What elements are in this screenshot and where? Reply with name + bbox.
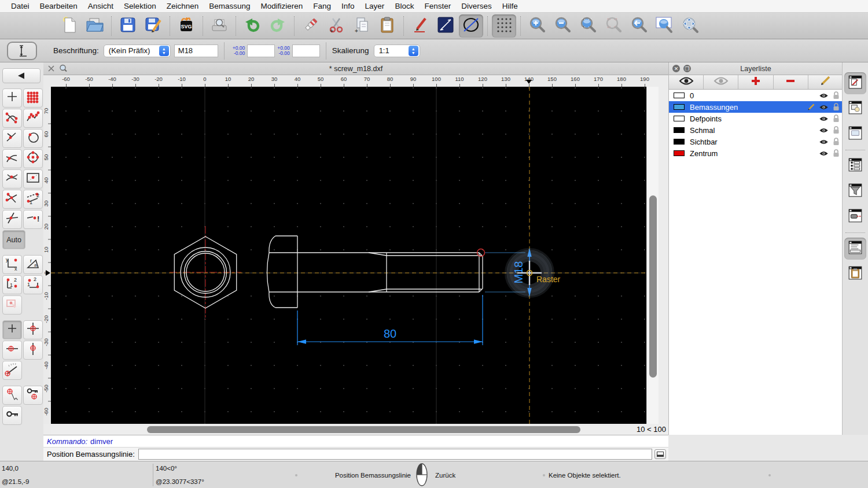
save-button[interactable] bbox=[116, 14, 140, 38]
grid-toggle-button[interactable] bbox=[492, 14, 516, 38]
set-relative-zero-button[interactable] bbox=[23, 386, 43, 405]
snap-endpoints-button[interactable] bbox=[2, 109, 22, 128]
menu-block[interactable]: Block bbox=[389, 0, 419, 13]
menu-selektion[interactable]: Selektion bbox=[119, 0, 161, 13]
layer-lock-icon[interactable] bbox=[830, 114, 843, 123]
snap-reference-button[interactable] bbox=[23, 169, 43, 188]
coord-corner-1-button[interactable]: 12 bbox=[2, 275, 22, 294]
restrict-horizontal-button[interactable] bbox=[2, 341, 22, 360]
menu-modifizieren[interactable]: Modifizieren bbox=[256, 0, 308, 13]
layer-lock-icon[interactable] bbox=[830, 138, 843, 146]
dimension-80[interactable]: 80 bbox=[297, 295, 483, 345]
restrict-vertical-button[interactable] bbox=[23, 341, 43, 360]
layer-visibility-icon[interactable] bbox=[817, 116, 830, 122]
panel-detach-icon[interactable]: ❐ bbox=[683, 65, 691, 72]
command-trigger-toggle-button[interactable] bbox=[844, 206, 866, 228]
dimension-text-input[interactable] bbox=[174, 45, 218, 57]
menu-diverses[interactable]: Diverses bbox=[456, 0, 497, 13]
coord-cartesian-button[interactable]: yx bbox=[2, 255, 22, 274]
remove-layer-button[interactable] bbox=[774, 75, 808, 89]
layer-row-defpoints[interactable]: Defpoints bbox=[669, 113, 843, 124]
menu-bearbeiten[interactable]: Bearbeiten bbox=[35, 0, 83, 13]
menu-hilfe[interactable]: Hilfe bbox=[497, 0, 523, 13]
snap-entity-point-button[interactable] bbox=[23, 129, 43, 148]
back-button[interactable] bbox=[2, 68, 41, 83]
snap-intersection-manual-button[interactable]: 12 bbox=[23, 190, 43, 209]
command-input[interactable] bbox=[138, 449, 652, 460]
command-display-button[interactable] bbox=[654, 449, 666, 459]
lock-relative-zero-button[interactable] bbox=[2, 406, 22, 425]
layer-row-bemassungen[interactable]: Bemassungen bbox=[669, 101, 843, 113]
delete-button[interactable] bbox=[299, 14, 323, 38]
save-as-button[interactable] bbox=[141, 14, 165, 38]
show-all-layers-button[interactable] bbox=[669, 75, 704, 89]
prefix-combobox[interactable]: (Kein Präfix) ▲▼ bbox=[104, 45, 171, 57]
menu-bemassung[interactable]: Bemassung bbox=[204, 0, 255, 13]
dimension-vertical-tool-button[interactable] bbox=[7, 42, 37, 60]
selection-tool-button[interactable] bbox=[2, 295, 22, 315]
menu-info[interactable]: Info bbox=[336, 0, 360, 13]
menu-datei[interactable]: Datei bbox=[6, 0, 35, 13]
layer-row-zentrum[interactable]: Zentrum bbox=[669, 147, 843, 159]
vertical-scrollbar[interactable] bbox=[646, 87, 659, 424]
redo-button[interactable] bbox=[266, 14, 290, 38]
menu-fang[interactable]: Fang bbox=[308, 0, 336, 13]
snap-exclude-button[interactable]: ! bbox=[23, 210, 43, 229]
snap-coordinate-button[interactable] bbox=[2, 386, 22, 405]
vertical-scrollbar-thumb[interactable] bbox=[649, 195, 657, 378]
svg-export-button[interactable]: SVG bbox=[174, 14, 198, 38]
snap-perpendicular-button[interactable] bbox=[2, 129, 22, 148]
snap-middle-button[interactable] bbox=[2, 169, 22, 188]
layer-color-swatch[interactable] bbox=[674, 139, 685, 145]
paste-button[interactable] bbox=[375, 14, 399, 38]
layer-color-swatch[interactable] bbox=[674, 116, 685, 121]
restrict-off-button[interactable] bbox=[2, 320, 22, 339]
layer-color-swatch[interactable] bbox=[674, 104, 685, 110]
horizontal-scrollbar[interactable]: 10 < 100 bbox=[51, 424, 668, 435]
snap-tangent-button[interactable] bbox=[2, 149, 22, 168]
snap-center-button[interactable] bbox=[23, 149, 43, 168]
zoom-selection-button[interactable] bbox=[601, 14, 626, 38]
open-file-button[interactable] bbox=[83, 14, 107, 38]
command-line-toggle-button[interactable] bbox=[844, 238, 866, 260]
layer-visibility-icon[interactable] bbox=[817, 93, 830, 99]
layer-lock-icon[interactable] bbox=[830, 126, 843, 134]
layer-visibility-icon[interactable] bbox=[817, 139, 830, 145]
scale-combobox[interactable]: 1:1 ▲▼ bbox=[374, 45, 420, 57]
snap-intersection-auto-button[interactable] bbox=[2, 190, 22, 209]
zoom-window-button[interactable] bbox=[652, 14, 676, 38]
layer-visibility-icon[interactable] bbox=[817, 150, 830, 157]
drawing-canvas[interactable]: 80 M18 bbox=[51, 87, 646, 424]
layer-row-0[interactable]: 0 bbox=[669, 90, 843, 101]
copy-button[interactable]: + bbox=[350, 14, 374, 38]
layer-list-toggle-button[interactable] bbox=[844, 155, 866, 177]
zoom-auto-button[interactable] bbox=[576, 14, 600, 38]
tolerance1-input[interactable] bbox=[247, 45, 275, 57]
snap-cross-button[interactable] bbox=[2, 210, 22, 229]
library-browser-toggle-button[interactable] bbox=[844, 123, 866, 145]
new-document-button[interactable] bbox=[57, 14, 82, 38]
print-preview-button[interactable] bbox=[207, 14, 231, 38]
menu-layer[interactable]: Layer bbox=[360, 0, 390, 13]
layer-lock-icon[interactable] bbox=[830, 91, 843, 99]
hide-all-layers-button[interactable] bbox=[704, 75, 738, 89]
layer-row-schmal[interactable]: Schmal bbox=[669, 124, 843, 136]
horizontal-scrollbar-thumb[interactable] bbox=[147, 426, 580, 433]
layer-color-swatch[interactable] bbox=[674, 127, 685, 133]
layer-edit-pencil-icon[interactable] bbox=[804, 103, 817, 111]
snap-on-entity-button[interactable] bbox=[23, 109, 43, 128]
selection-filter-toggle-button[interactable] bbox=[844, 180, 866, 202]
block-list-toggle-button[interactable] bbox=[844, 98, 866, 120]
layer-lock-icon[interactable] bbox=[830, 149, 843, 157]
undo-button[interactable] bbox=[240, 14, 264, 38]
cut-button[interactable]: + bbox=[324, 14, 348, 38]
menu-zeichnen[interactable]: Zeichnen bbox=[161, 0, 204, 13]
menu-fenster[interactable]: Fenster bbox=[419, 0, 456, 13]
coord-corner-2-button[interactable]: 12 bbox=[23, 275, 43, 294]
layer-row-sichtbar[interactable]: Sichtbar bbox=[669, 136, 843, 147]
clipboard-panel-toggle-button[interactable] bbox=[844, 263, 866, 285]
zoom-pan-button[interactable] bbox=[678, 14, 702, 38]
line-attributes-button[interactable] bbox=[433, 14, 458, 38]
zoom-in-button[interactable] bbox=[525, 14, 549, 38]
coord-polar-button[interactable]: ra bbox=[23, 255, 43, 274]
